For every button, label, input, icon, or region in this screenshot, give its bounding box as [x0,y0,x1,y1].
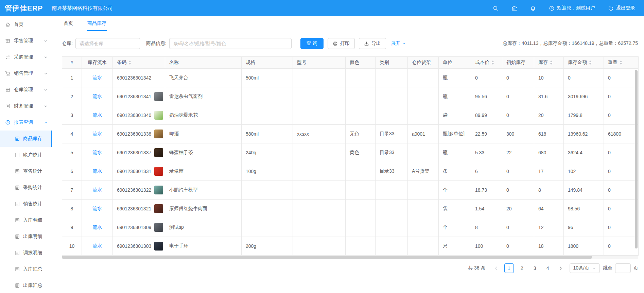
jump-page-input[interactable] [615,263,631,273]
product-image[interactable] [154,111,163,120]
cell-unit: 只 [439,237,471,256]
page-size-select[interactable]: 10条/页 [570,263,600,273]
sidebar-item-warehouse[interactable]: 仓库管理 [0,82,52,98]
cell-cost: 95.56 [471,87,502,106]
cell-amount: 149.84 [564,181,604,200]
sort-icon[interactable] [128,61,131,65]
submenu-label: 零售统计 [23,168,42,174]
product-image[interactable] [154,92,163,101]
sort-icon[interactable] [620,61,622,65]
flow-link[interactable]: 流水 [92,243,102,248]
page-2[interactable]: 2 [517,263,527,273]
warehouse-select[interactable] [75,38,140,49]
cell-barcode: 6901236301338 [113,125,165,143]
flow-link[interactable]: 流水 [92,75,102,80]
sidebar-subitem-inbound-detail[interactable]: 入库明细 [0,212,52,228]
col-weight[interactable]: 重量 [604,57,639,69]
sidebar-subitem-outbound-detail[interactable]: 出库明细 [0,228,52,245]
tab-goods-stock[interactable]: 商品库存 [87,16,107,31]
col-barcode[interactable]: 条码 [113,57,165,69]
print-button[interactable]: 打印 [328,38,355,49]
sidebar-subitem-account-stats[interactable]: 账户统计 [0,147,52,163]
store-icon[interactable] [511,5,517,11]
jump-suffix: 页 [633,265,638,271]
sidebar-item-finance[interactable]: 财务管理 [0,98,52,114]
product-image[interactable] [154,204,163,213]
sort-icon[interactable] [550,61,553,65]
horizontal-scrollbar[interactable] [62,256,592,259]
flow-link[interactable]: 流水 [92,112,102,118]
sidebar-item-retail[interactable]: 零售管理 [0,33,52,49]
warehouse-label: 仓库: [62,40,73,47]
tab-home[interactable]: 首页 [63,16,74,31]
flow-link[interactable]: 流水 [92,93,102,99]
cell-model: xxsxx [293,125,346,143]
submenu-label: 出库明细 [23,234,42,240]
product-image[interactable] [154,242,163,251]
product-image[interactable] [154,167,163,176]
cell-index: 1 [62,69,82,87]
flow-link[interactable]: 流水 [92,224,102,230]
prev-page-button[interactable] [491,263,501,273]
product-image[interactable] [154,186,163,194]
col-amount[interactable]: 库存金额 [564,57,604,69]
page-3[interactable]: 3 [530,263,540,273]
page-1[interactable]: 1 [504,263,514,273]
page-4[interactable]: 4 [543,263,553,273]
vertical-scrollbar[interactable] [635,70,638,248]
sidebar-subitem-retail-stats[interactable]: 零售统计 [0,163,52,179]
col-flow: 库存流水 [82,57,113,69]
expand-link[interactable]: 展开 [391,40,406,47]
cell-name: 蜂蜜柚子茶 [165,143,242,162]
col-stock[interactable]: 库存 [534,57,564,69]
sidebar-subitem-goods-stock[interactable]: 商品库存 [0,131,52,147]
flow-link[interactable]: 流水 [92,131,102,136]
cell-unit: 瓶[多单位] [439,125,471,143]
logout-button[interactable]: 退出登录 [608,5,635,11]
cell-barcode: 6901236301341 [113,87,165,106]
sidebar-subitem-inbound-summary[interactable]: 入库汇总 [0,261,52,277]
col-cost[interactable]: 成本价 [471,57,502,69]
sidebar-subitem-purchase-stats[interactable]: 采购统计 [0,179,52,196]
submenu-label: 商品库存 [23,136,42,142]
flow-link[interactable]: 流水 [92,150,102,155]
search-icon[interactable] [493,5,499,11]
menu-label: 销售管理 [14,70,33,76]
sidebar-item-report[interactable]: 报表查询 [0,114,52,131]
product-info-input[interactable] [169,38,292,49]
product-image[interactable] [154,130,163,138]
table-row: 4流水6901236301338啤酒580mlxxsxx无色目录33a0001瓶… [62,125,639,143]
sidebar-subitem-sales-stats[interactable]: 销售统计 [0,196,52,212]
flow-link[interactable]: 流水 [92,187,102,192]
cell-weight: 0 [604,87,639,106]
flow-link[interactable]: 流水 [92,206,102,211]
sort-icon[interactable] [589,61,592,65]
company-name: 南通某某网络科技有限公司 [52,5,113,12]
export-button[interactable]: 导出 [359,38,386,49]
menu-label: 首页 [14,21,23,28]
sidebar-item-purchase[interactable]: 采购管理 [0,49,52,65]
sidebar-subitem-transfer-detail[interactable]: 调拨明细 [0,245,52,261]
chevron-down-icon [44,39,48,43]
product-image[interactable] [154,148,163,157]
flow-link[interactable]: 流水 [92,168,102,174]
cell-index: 2 [62,87,82,106]
list-icon [15,250,20,256]
cell-shelf [408,181,439,200]
sidebar-subitem-outbound-summary[interactable]: 出库汇总 [0,277,52,293]
product-image[interactable] [154,223,163,232]
user-welcome[interactable]: 欢迎您，测试用户 [549,5,595,11]
sidebar-item-home[interactable]: 首页 [0,16,52,33]
sort-icon[interactable] [491,61,494,65]
cell-model [293,181,346,200]
next-page-button[interactable] [556,263,565,273]
cell-model [293,218,346,237]
list-icon [15,234,20,239]
search-button[interactable]: 查 询 [300,38,324,49]
chevron-left-icon [494,266,498,270]
sidebar-item-sales[interactable]: 销售管理 [0,65,52,82]
cell-barcode: 6901236301321 [113,200,165,218]
print-label: 打印 [340,40,350,47]
col-unit: 单位 [439,57,471,69]
bell-icon[interactable] [530,5,536,11]
